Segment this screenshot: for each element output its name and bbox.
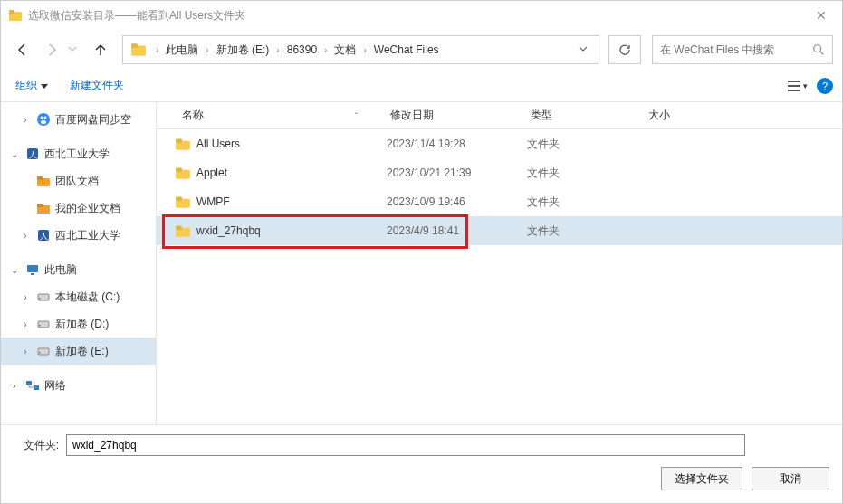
svg-point-9 bbox=[41, 117, 43, 119]
file-date: 2023/10/9 19:46 bbox=[387, 195, 527, 208]
folder-icon bbox=[130, 42, 147, 58]
tree-item[interactable]: ›本地磁盘 (C:) bbox=[1, 283, 156, 310]
file-name: WMPF bbox=[196, 195, 387, 208]
tree-item[interactable]: 团队文档 bbox=[1, 167, 156, 195]
select-folder-button[interactable]: 选择文件夹 bbox=[661, 467, 742, 490]
svg-rect-6 bbox=[788, 85, 800, 87]
main-area: ›百度网盘同步空⌄人西北工业大学团队文档我的企业文档›人西北工业大学⌄此电脑›本… bbox=[1, 102, 842, 424]
file-row[interactable]: WMPF2023/10/9 19:46文件夹 bbox=[157, 187, 842, 216]
svg-text:人: 人 bbox=[29, 150, 37, 159]
dialog-bottom: 文件夹: 选择文件夹 取消 bbox=[1, 424, 842, 503]
file-type: 文件夹 bbox=[527, 195, 645, 210]
expander-icon: › bbox=[19, 231, 32, 241]
navigation-tree: ›百度网盘同步空⌄人西北工业大学团队文档我的企业文档›人西北工业大学⌄此电脑›本… bbox=[1, 102, 157, 424]
nwpu-icon: 人 bbox=[35, 227, 52, 243]
expander-icon: ⌄ bbox=[8, 265, 21, 275]
svg-rect-27 bbox=[39, 352, 41, 354]
breadcrumb-item[interactable]: 新加卷 (E:) bbox=[215, 43, 272, 58]
tree-item-label: 西北工业大学 bbox=[44, 147, 110, 162]
help-button[interactable]: ? bbox=[817, 78, 833, 94]
svg-point-10 bbox=[44, 117, 47, 119]
svg-text:人: 人 bbox=[40, 232, 48, 241]
file-row[interactable]: wxid_27hqbq2023/4/9 18:41文件夹 bbox=[157, 216, 842, 245]
column-header-name[interactable]: 名称ˆ bbox=[175, 108, 383, 123]
chevron-right-icon: › bbox=[150, 45, 164, 55]
svg-rect-24 bbox=[38, 321, 49, 328]
expander-icon: › bbox=[19, 115, 32, 125]
cancel-button[interactable]: 取消 bbox=[752, 467, 829, 490]
tree-item[interactable]: ›新加卷 (D:) bbox=[1, 310, 156, 338]
svg-point-4 bbox=[814, 45, 821, 52]
disk-icon bbox=[35, 343, 52, 359]
tree-item[interactable]: ⌄此电脑 bbox=[1, 256, 156, 283]
svg-rect-21 bbox=[31, 273, 34, 275]
title-bar: 选取微信安装目录——能看到All Users文件夹 ✕ bbox=[1, 1, 842, 30]
net-icon bbox=[24, 377, 41, 394]
tree-item[interactable]: ⌄人西北工业大学 bbox=[1, 140, 156, 167]
close-button[interactable]: ✕ bbox=[808, 8, 835, 23]
breadcrumb-item[interactable]: 86390 bbox=[285, 43, 319, 56]
back-button[interactable] bbox=[10, 37, 35, 62]
pc-icon bbox=[24, 262, 41, 278]
file-date: 2023/4/9 18:41 bbox=[387, 224, 527, 237]
folder-field-label: 文件夹: bbox=[14, 438, 59, 453]
svg-rect-31 bbox=[176, 138, 182, 143]
breadcrumb-item[interactable]: 文档 bbox=[332, 43, 358, 58]
column-header-type[interactable]: 类型 bbox=[523, 108, 641, 123]
app-icon bbox=[8, 8, 23, 23]
folder-y-icon bbox=[35, 200, 52, 216]
chevron-right-icon: › bbox=[200, 45, 214, 55]
file-date: 2023/10/21 21:39 bbox=[387, 166, 527, 179]
tree-item[interactable]: ›网络 bbox=[1, 372, 156, 399]
window-title: 选取微信安装目录——能看到All Users文件夹 bbox=[28, 8, 808, 24]
organize-menu[interactable]: 组织 bbox=[10, 74, 53, 97]
breadcrumb-item[interactable]: 此电脑 bbox=[164, 43, 200, 58]
up-button[interactable] bbox=[88, 37, 113, 62]
tree-item[interactable]: ›新加卷 (E:) bbox=[1, 338, 156, 365]
refresh-button[interactable] bbox=[608, 35, 641, 64]
file-row[interactable]: Applet2023/10/21 21:39文件夹 bbox=[157, 158, 842, 187]
search-icon bbox=[812, 43, 825, 56]
tree-item-label: 新加卷 (D:) bbox=[55, 317, 109, 332]
svg-rect-1 bbox=[9, 10, 14, 14]
column-header-size[interactable]: 大小 bbox=[641, 108, 714, 123]
tree-item-label: 网络 bbox=[44, 378, 66, 394]
svg-rect-17 bbox=[37, 204, 43, 207]
toolbar: 组织 新建文件夹 ▾ ? bbox=[1, 70, 842, 102]
tree-item[interactable]: ›人西北工业大学 bbox=[1, 222, 156, 249]
expander-icon: › bbox=[19, 347, 32, 357]
search-input[interactable] bbox=[660, 43, 812, 56]
folder-name-input[interactable] bbox=[66, 434, 745, 456]
svg-rect-20 bbox=[27, 265, 38, 272]
forward-button[interactable] bbox=[39, 37, 64, 62]
navigation-bar: › 此电脑 › 新加卷 (E:) › 86390 › 文档 › WeChat F… bbox=[1, 30, 842, 70]
expander-icon: ⌄ bbox=[8, 149, 21, 159]
disk-icon bbox=[35, 289, 52, 305]
chevron-right-icon: › bbox=[271, 45, 284, 55]
file-date: 2023/11/4 19:28 bbox=[387, 138, 527, 150]
column-header-date[interactable]: 修改日期 bbox=[383, 108, 523, 123]
svg-rect-26 bbox=[38, 348, 49, 355]
tree-item[interactable]: 我的企业文档 bbox=[1, 195, 156, 222]
sort-indicator-icon: ˆ bbox=[355, 111, 358, 120]
svg-rect-22 bbox=[38, 294, 49, 300]
folder-icon bbox=[175, 223, 191, 239]
disk-icon bbox=[35, 316, 52, 332]
expander-icon: › bbox=[19, 292, 32, 302]
svg-rect-35 bbox=[176, 196, 182, 201]
history-dropdown[interactable] bbox=[68, 43, 84, 56]
folder-y-icon bbox=[35, 173, 52, 189]
expander-icon: › bbox=[19, 319, 32, 329]
breadcrumb[interactable]: › 此电脑 › 新加卷 (E:) › 86390 › 文档 › WeChat F… bbox=[122, 35, 599, 64]
view-options-button[interactable]: ▾ bbox=[784, 75, 809, 97]
folder-icon bbox=[175, 194, 191, 210]
breadcrumb-item[interactable]: WeChat Files bbox=[372, 43, 441, 56]
tree-item[interactable]: ›百度网盘同步空 bbox=[1, 106, 156, 133]
tree-item-label: 团队文档 bbox=[55, 174, 99, 189]
search-box[interactable] bbox=[652, 35, 833, 64]
column-headers: 名称ˆ 修改日期 类型 大小 bbox=[157, 102, 842, 129]
breadcrumb-dropdown[interactable] bbox=[575, 43, 595, 56]
svg-rect-3 bbox=[131, 43, 138, 48]
new-folder-button[interactable]: 新建文件夹 bbox=[64, 74, 129, 97]
file-row[interactable]: All Users2023/11/4 19:28文件夹 bbox=[157, 129, 842, 158]
